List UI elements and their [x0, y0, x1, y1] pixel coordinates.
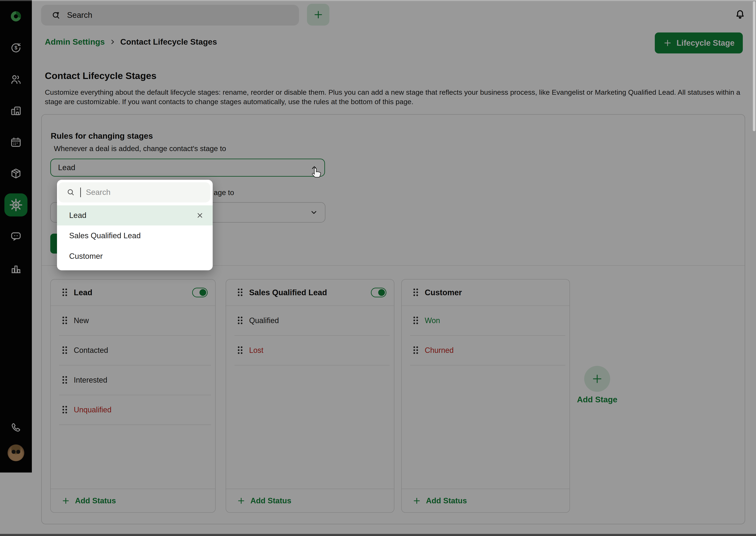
option-label: Lead: [69, 211, 86, 220]
dropdown-option-customer[interactable]: Customer: [57, 246, 213, 267]
option-label: Sales Qualified Lead: [69, 231, 141, 240]
clear-selection-x-icon[interactable]: [196, 212, 204, 219]
search-icon: [66, 188, 75, 197]
stage-select-dropdown: Lead Sales Qualified Lead Customer: [57, 180, 213, 270]
mouse-cursor-hand: [312, 167, 322, 178]
dropdown-option-lead[interactable]: Lead: [57, 205, 213, 225]
dropdown-option-sales-qualified-lead[interactable]: Sales Qualified Lead: [57, 225, 213, 246]
dropdown-search-field[interactable]: [58, 182, 211, 202]
text-caret: [80, 187, 81, 197]
app-window: $: [0, 0, 756, 536]
dropdown-search-input[interactable]: [86, 188, 203, 197]
window-top-edge: [0, 0, 756, 1]
option-label: Customer: [69, 252, 103, 261]
scrollbar-thumb[interactable]: [753, 1, 755, 131]
